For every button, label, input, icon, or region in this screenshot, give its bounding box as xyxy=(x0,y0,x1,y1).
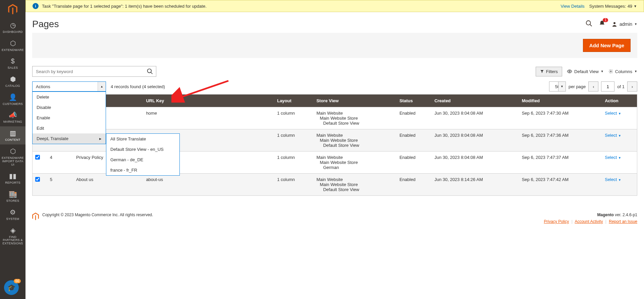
deepl-all-store[interactable]: All Store Translate xyxy=(106,134,179,144)
page-footer: Copyright © 2023 Magento Commerce Inc. A… xyxy=(32,213,637,224)
cell-modified: Sep 6, 2023 7:47:42 AM xyxy=(519,174,602,196)
report-issue-link[interactable]: Report an Issue xyxy=(609,219,637,224)
sidebar-item-catalog[interactable]: ⬢CATALOG xyxy=(0,72,25,91)
system-message-text: Task "Translate page for 1 selected page… xyxy=(42,4,561,9)
deepl-default-store[interactable]: Default Store View - en_US xyxy=(106,144,179,155)
account-activity-link[interactable]: Account Activity xyxy=(575,219,603,224)
col-status[interactable]: Status xyxy=(397,95,432,107)
cell-created: Jun 30, 2023 8:04:08 AM xyxy=(432,107,519,129)
per-page-select[interactable]: 50 ▼ xyxy=(549,81,566,92)
chevron-up-icon: ▲ xyxy=(98,82,106,91)
grid-toolbar-2: Actions ▲ 4 records found (4 selected) 5… xyxy=(25,81,644,94)
col-modified[interactable]: Modified xyxy=(519,95,602,107)
select-action-link[interactable]: Select ▼ xyxy=(605,155,621,160)
sidebar-item-dashboard[interactable]: ◷DASHBOARD xyxy=(0,18,25,37)
sidebar-item-customers[interactable]: 👤CUSTOMERS xyxy=(0,91,25,109)
system-messages-label: System Messages: xyxy=(589,4,626,9)
of-pages-label: of 1 xyxy=(617,84,625,89)
cell-created: Jun 30, 2023 8:04:08 AM xyxy=(432,129,519,152)
megaphone-icon: 📣 xyxy=(9,111,17,119)
notifications-icon[interactable]: 1 xyxy=(599,20,605,28)
cell-storeview: Main WebsiteMain Website StoreGerman xyxy=(314,152,397,174)
sidebar-item-extendware-import[interactable]: ⬡EXTENDWARE IMPORT DATA UI xyxy=(0,144,25,169)
row-checkbox[interactable] xyxy=(35,177,40,182)
select-action-link[interactable]: Select ▼ xyxy=(605,177,621,182)
cell-url: home xyxy=(143,107,274,129)
filters-button[interactable]: Filters xyxy=(536,67,562,76)
pagination-block: 50 ▼ per page ‹ of 1 › xyxy=(549,81,637,92)
col-created[interactable]: Created xyxy=(432,95,519,107)
cell-created: Jun 30, 2023 8:14:26 AM xyxy=(432,174,519,196)
action-delete[interactable]: Delete xyxy=(33,92,106,102)
bars-icon: ▮▮ xyxy=(9,172,16,180)
sidebar-item-system[interactable]: ⚙SYSTEM xyxy=(0,205,25,224)
gear-icon xyxy=(608,69,613,74)
next-page-button[interactable]: › xyxy=(627,81,637,92)
action-disable[interactable]: Disable xyxy=(33,102,106,113)
records-found-label: 4 records found (4 selected) xyxy=(111,84,165,89)
page-actions-bar: Add New Page xyxy=(32,33,637,58)
eye-icon xyxy=(567,69,572,74)
cell-title: About us xyxy=(73,174,143,196)
person-icon: 👤 xyxy=(9,93,17,101)
sidebar-item-sales[interactable]: $SALES xyxy=(0,55,25,72)
col-url[interactable]: URL Key xyxy=(143,95,274,107)
deepl-german[interactable]: German - de_DE xyxy=(106,155,179,165)
magento-logo[interactable] xyxy=(0,0,25,18)
sidebar-item-content[interactable]: ▥CONTENT xyxy=(0,126,25,144)
sidebar-item-partners[interactable]: ◈FIND PARTNERS & EXTENSIONS xyxy=(0,224,25,231)
cell-layout: 1 column xyxy=(274,152,314,174)
cell-url: about-us xyxy=(143,174,274,196)
partner-icon: ◈ xyxy=(10,226,15,231)
table-row[interactable]: 5 About us about-us 1 column Main Websit… xyxy=(33,174,637,196)
cell-layout: 1 column xyxy=(274,129,314,152)
add-new-page-button[interactable]: Add New Page xyxy=(583,39,631,52)
layout-icon: ▥ xyxy=(10,129,16,137)
search-icon[interactable] xyxy=(585,20,593,29)
deepl-france[interactable]: france - fr_FR xyxy=(106,165,179,175)
action-deepl-translate[interactable]: DeepL Translate▸ xyxy=(33,133,106,144)
copyright-text: Copyright © 2023 Magento Commerce Inc. A… xyxy=(42,213,153,217)
svg-point-3 xyxy=(148,69,152,73)
search-button[interactable] xyxy=(144,68,156,75)
cell-status: Enabled xyxy=(397,174,432,196)
action-edit[interactable]: Edit xyxy=(33,123,106,133)
default-view-dropdown[interactable]: Default View ▼ xyxy=(567,69,604,74)
cell-layout: 1 column xyxy=(274,107,314,129)
chevron-down-icon[interactable]: ▼ xyxy=(634,4,637,8)
admin-account-menu[interactable]: admin ▼ xyxy=(611,21,637,27)
sidebar-item-stores[interactable]: 🏬STORES xyxy=(0,187,25,205)
col-layout[interactable]: Layout xyxy=(274,95,314,107)
cell-storeview: Main WebsiteMain Website StoreDefault St… xyxy=(314,129,397,152)
columns-dropdown[interactable]: Columns ▼ xyxy=(608,69,637,74)
col-action: Action xyxy=(602,95,637,107)
col-storeview[interactable]: Store View xyxy=(314,95,397,107)
sidebar-item-extendware[interactable]: ⬡EXTENDWARE xyxy=(0,37,25,55)
notification-badge: 1 xyxy=(603,18,608,22)
svg-point-6 xyxy=(610,71,611,72)
select-action-link[interactable]: Select ▼ xyxy=(605,111,621,116)
grid-toolbar: Filters Default View ▼ Columns ▼ xyxy=(25,65,644,81)
table-row[interactable]: home 1 column Main WebsiteMain Website S… xyxy=(33,107,637,129)
prev-page-button[interactable]: ‹ xyxy=(588,81,598,92)
sidebar-item-reports[interactable]: ▮▮REPORTS xyxy=(0,169,25,187)
page-number-input[interactable] xyxy=(601,81,614,92)
store-icon: 🏬 xyxy=(9,190,17,198)
sidebar-item-marketing[interactable]: 📣MARKETING xyxy=(0,108,25,126)
row-checkbox[interactable] xyxy=(35,155,40,160)
chevron-down-icon: ▼ xyxy=(634,22,637,26)
privacy-policy-link[interactable]: Privacy Policy xyxy=(544,219,569,224)
version-value: ver. 2.4.6-p1 xyxy=(615,213,637,217)
actions-dropdown[interactable]: Actions ▲ xyxy=(32,81,106,92)
gauge-icon: ◷ xyxy=(10,21,16,29)
view-details-link[interactable]: View Details xyxy=(561,4,585,9)
select-action-link[interactable]: Select ▼ xyxy=(605,133,621,138)
magento-logo-small xyxy=(32,213,39,222)
action-enable[interactable]: Enable xyxy=(33,113,106,123)
admin-username: admin xyxy=(620,21,632,27)
svg-line-4 xyxy=(151,72,153,74)
gear-icon: ⚙ xyxy=(10,208,16,216)
funnel-icon xyxy=(540,69,544,73)
search-input[interactable] xyxy=(33,69,144,74)
deepl-submenu: All Store Translate Default Store View -… xyxy=(106,133,180,176)
